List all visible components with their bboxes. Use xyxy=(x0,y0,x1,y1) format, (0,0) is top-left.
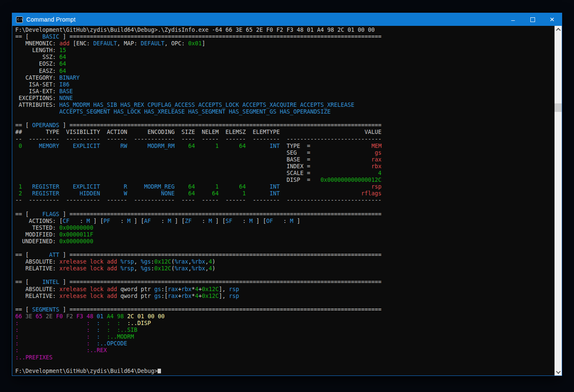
command-prompt-window: C:\ Command Prompt – × F:\Development\Gi… xyxy=(12,13,562,376)
console-line xyxy=(15,245,555,252)
console-line: 1 REGISTER EXPLICIT R MODRM_REG 64 1 64 … xyxy=(15,183,555,190)
close-button[interactable]: × xyxy=(542,13,562,26)
console-line: ATTRIBUTES: HAS_MODRM HAS_SIB HAS_REX CP… xyxy=(15,102,555,108)
console-line: ACCEPTS_SEGMENT HAS_LOCK HAS_XRELEASE HA… xyxy=(15,108,555,115)
console-line: 2 REGISTER HIDDEN W NONE 64 64 1 INT rfl… xyxy=(15,190,555,197)
console-line: INDEX = rbx xyxy=(15,163,555,170)
console-line: RELATIVE: xrelease lock add qword ptr gs… xyxy=(15,293,555,300)
console-line: SSZ: 64 xyxy=(15,54,555,61)
chevron-down-icon xyxy=(556,369,560,373)
console-line: :..PREFIXES xyxy=(15,354,555,361)
console-line: SCALE = 4 xyxy=(15,170,555,177)
console-line: MODIFIED: 0x0000011F xyxy=(15,231,555,238)
console-line: SEG = gs xyxy=(15,150,555,156)
chevron-up-icon xyxy=(556,28,560,32)
text-cursor xyxy=(158,369,161,373)
console-line: EASZ: 64 xyxy=(15,68,555,75)
window-title: Command Prompt xyxy=(26,16,75,23)
console-line: ISA-SET: I86 xyxy=(15,81,555,88)
console-line: ISA-EXT: BASE xyxy=(15,88,555,95)
console-line: == [ ATT ] =============================… xyxy=(15,252,555,259)
console-line: -- --------- ---------- ------ ---------… xyxy=(15,197,555,204)
console-line: F:\Development\GitHub\zydis\Build64\Debu… xyxy=(15,27,555,33)
console-line: == [ SEGMENTS ] ========================… xyxy=(15,306,555,313)
console-line: == [ OPERANDS ] ========================… xyxy=(15,122,555,129)
scrollbar-thumb[interactable] xyxy=(555,103,562,112)
console-line: BASE = rax xyxy=(15,156,555,163)
minimize-button[interactable]: – xyxy=(503,13,523,26)
console-line: : : : : : :..DISP xyxy=(15,320,555,327)
console-line: LENGTH: 15 xyxy=(15,47,555,54)
console-line: == [ BASIC ] ===========================… xyxy=(15,33,555,40)
console-line: CATEGORY: BINARY xyxy=(15,75,555,81)
console-line xyxy=(15,272,555,279)
console-line: ACTIONS: [CF : M ] [PF : M ] [AF : M ] [… xyxy=(15,218,555,225)
scroll-down-button[interactable] xyxy=(555,368,562,375)
console-line: ABSOLUTE: xrelease lock add qword ptr gs… xyxy=(15,286,555,293)
console-line: DISP = 0x000000000000012C xyxy=(15,177,555,183)
console-line: EOSZ: 64 xyxy=(15,61,555,67)
minimize-icon: – xyxy=(511,16,515,23)
console-line: ## TYPE VISIBILITY ACTION ENCODING SIZE … xyxy=(15,129,555,136)
console-line xyxy=(15,300,555,306)
cmd-icon: C:\ xyxy=(16,17,23,23)
console-line: : : :..OPCODE xyxy=(15,340,555,347)
console-line: EXCEPTIONS: NONE xyxy=(15,95,555,102)
console-line: : : : :..MODRM xyxy=(15,334,555,340)
console-line xyxy=(15,361,555,368)
console-line: : : : : :..SIB xyxy=(15,327,555,334)
maximize-icon xyxy=(530,17,535,22)
maximize-button[interactable] xyxy=(523,13,542,26)
titlebar[interactable]: C:\ Command Prompt – × xyxy=(12,13,562,26)
console-line: MNEMONIC: add [ENC: DEFAULT, MAP: DEFAUL… xyxy=(15,40,555,47)
window-controls: – × xyxy=(503,13,562,26)
scroll-up-button[interactable] xyxy=(555,26,562,33)
console-line: RELATIVE: xrelease lock add %rsp, %gs:0x… xyxy=(15,265,555,272)
console-line: UNDEFINED: 0x00000000 xyxy=(15,238,555,245)
console-line: == [ INTEL ] ===========================… xyxy=(15,279,555,286)
scrollbar[interactable] xyxy=(555,26,562,375)
console-line: TESTED: 0x00000000 xyxy=(15,225,555,231)
console-line xyxy=(15,204,555,211)
console-line: -- --------- ---------- ------ ---------… xyxy=(15,136,555,143)
desktop: { "window": { "title": "Command Prompt",… xyxy=(0,0,574,392)
console-line: 66 3E 65 2E F0 F2 F3 48 01 A4 98 2C 01 0… xyxy=(15,313,555,320)
close-icon: × xyxy=(549,15,554,24)
console-line: ABSOLUTE: xrelease lock add %rsp, %gs:0x… xyxy=(15,259,555,265)
console-line: 0 MEMORY EXPLICIT RW MODRM_RM 64 1 64 IN… xyxy=(15,143,555,150)
console-line: == [ FLAGS ] ===========================… xyxy=(15,211,555,218)
console-line: F:\Development\GitHub\zydis\Build64\Debu… xyxy=(15,368,555,375)
console-line xyxy=(15,115,555,122)
console-line: : :..REX xyxy=(15,347,555,354)
console-output: F:\Development\GitHub\zydis\Build64\Debu… xyxy=(12,26,555,375)
